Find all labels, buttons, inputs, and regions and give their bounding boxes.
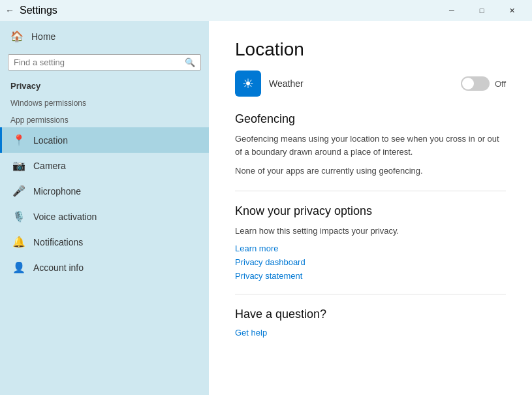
privacy-text: Learn how this setting impacts your priv… xyxy=(235,225,506,238)
toggle-thumb xyxy=(462,78,474,89)
content-area: Location ☀ Weather Off Geofencing Geofen… xyxy=(209,21,532,395)
app-info: ☀ Weather xyxy=(235,71,304,97)
microphone-icon: 🎤 xyxy=(12,185,25,197)
question-title: Have a question? xyxy=(235,308,506,321)
app-name: Weather xyxy=(269,78,304,89)
get-help-link[interactable]: Get help xyxy=(235,328,506,338)
privacy-statement-link[interactable]: Privacy statement xyxy=(235,271,506,281)
sidebar-item-microphone-label: Microphone xyxy=(33,186,81,197)
sidebar-home-item[interactable]: 🏠 Home xyxy=(0,21,209,52)
app-row: ☀ Weather Off xyxy=(235,71,506,97)
sidebar-item-voice[interactable]: 🎙️ Voice activation xyxy=(0,204,209,229)
sidebar-item-location[interactable]: 📍 Location xyxy=(0,127,209,153)
app-body: 🏠 Home 🔍 Privacy Windows permissions App… xyxy=(0,21,532,395)
geofencing-status: None of your apps are currently using ge… xyxy=(235,165,506,178)
sidebar: 🏠 Home 🔍 Privacy Windows permissions App… xyxy=(0,21,209,395)
sidebar-item-camera[interactable]: 📷 Camera xyxy=(0,153,209,178)
home-icon: 🏠 xyxy=(10,30,23,42)
title-bar-title: Settings xyxy=(20,5,57,16)
back-button[interactable]: ← xyxy=(5,5,14,16)
account-icon: 👤 xyxy=(12,261,25,274)
sidebar-item-microphone[interactable]: 🎤 Microphone xyxy=(0,178,209,204)
search-icon: 🔍 xyxy=(185,57,195,67)
geofencing-section: Geofencing Geofencing means using your l… xyxy=(235,112,506,178)
title-bar-controls: ─ □ ✕ xyxy=(437,0,527,21)
search-input[interactable] xyxy=(14,57,185,67)
sidebar-item-account-label: Account info xyxy=(33,262,84,273)
privacy-section: Know your privacy options Learn how this… xyxy=(235,204,506,281)
minimize-button[interactable]: ─ xyxy=(437,0,467,21)
location-weather-toggle[interactable] xyxy=(461,76,490,91)
voice-icon: 🎙️ xyxy=(12,210,25,223)
geofencing-description: Geofencing means using your location to … xyxy=(235,133,506,158)
camera-icon: 📷 xyxy=(12,159,25,172)
sidebar-item-camera-label: Camera xyxy=(33,161,66,171)
notifications-icon: 🔔 xyxy=(12,236,25,248)
title-bar: ← Settings ─ □ ✕ xyxy=(0,0,532,21)
search-box: 🔍 xyxy=(8,54,201,71)
title-bar-left: ← Settings xyxy=(5,5,57,16)
toggle-label: Off xyxy=(495,79,506,89)
sidebar-item-notifications-label: Notifications xyxy=(33,237,83,247)
question-section: Have a question? Get help xyxy=(235,308,506,338)
geofencing-title: Geofencing xyxy=(235,112,506,126)
divider-2 xyxy=(235,294,506,294)
sidebar-item-voice-label: Voice activation xyxy=(33,212,97,222)
windows-permissions-label: Windows permissions xyxy=(0,93,209,110)
privacy-dashboard-link[interactable]: Privacy dashboard xyxy=(235,257,506,267)
close-button[interactable]: ✕ xyxy=(497,0,527,21)
toggle-container: Off xyxy=(461,76,506,91)
sidebar-home-label: Home xyxy=(31,31,55,42)
sidebar-item-account[interactable]: 👤 Account info xyxy=(0,255,209,280)
maximize-button[interactable]: □ xyxy=(467,0,497,21)
app-icon: ☀ xyxy=(235,71,261,97)
sidebar-item-location-label: Location xyxy=(33,135,68,146)
app-permissions-label: App permissions xyxy=(0,110,209,127)
location-icon: 📍 xyxy=(12,134,25,146)
sidebar-item-notifications[interactable]: 🔔 Notifications xyxy=(0,229,209,255)
learn-more-link[interactable]: Learn more xyxy=(235,244,506,253)
divider-1 xyxy=(235,191,506,191)
privacy-label: Privacy xyxy=(0,76,209,93)
page-title: Location xyxy=(235,39,506,60)
privacy-title: Know your privacy options xyxy=(235,204,506,218)
